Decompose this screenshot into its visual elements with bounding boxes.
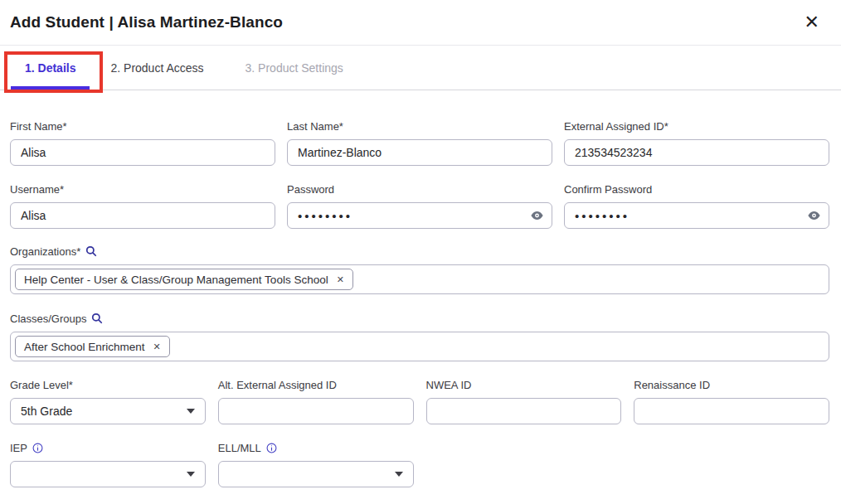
password-visibility-toggle[interactable] — [530, 209, 544, 223]
organizations-field-group: Organizations* Help Center - User & Clas… — [10, 245, 829, 294]
eye-icon — [530, 209, 544, 223]
last-name-field-group: Last Name* — [287, 121, 552, 166]
external-id-label: External Assigned ID* — [564, 121, 829, 132]
grade-level-label: Grade Level* — [10, 380, 206, 390]
confirm-password-visibility-toggle[interactable] — [807, 209, 821, 223]
organization-chip: Help Center - User & Class/Group Managem… — [15, 269, 353, 290]
tab-product-settings-label: 3. Product Settings — [245, 61, 343, 75]
add-student-modal: Add Student | Alisa Martinez-Blanco ✕ 1.… — [0, 0, 841, 487]
search-icon[interactable] — [85, 245, 97, 257]
tab-product-settings[interactable]: 3. Product Settings — [231, 46, 357, 90]
chip-remove-icon[interactable]: ✕ — [337, 275, 344, 284]
alt-external-id-input[interactable] — [218, 398, 414, 424]
search-icon[interactable] — [91, 313, 103, 324]
form-row-credentials: Username* Password — [10, 184, 829, 229]
username-field-group: Username* — [10, 184, 275, 229]
alt-external-id-label: Alt. External Assigned ID — [218, 380, 414, 390]
first-name-field-group: First Name* — [10, 121, 275, 166]
ell-mll-label: ELL/MLL — [218, 443, 414, 453]
chevron-down-icon — [187, 409, 195, 414]
organizations-label: Organizations* — [10, 245, 829, 257]
iep-label: IEP — [10, 443, 206, 453]
organizations-input[interactable]: Help Center - User & Class/Group Managem… — [10, 264, 829, 294]
username-input[interactable] — [10, 202, 275, 229]
ell-mll-select[interactable] — [218, 461, 414, 487]
chip-remove-icon[interactable]: ✕ — [153, 342, 161, 351]
first-name-input[interactable] — [10, 139, 275, 166]
renaissance-id-label: Renaissance ID — [634, 380, 829, 390]
username-label: Username* — [10, 184, 275, 195]
password-label: Password — [287, 184, 552, 195]
classes-groups-label: Classes/Groups — [10, 313, 829, 324]
eye-icon — [807, 209, 821, 223]
alt-external-id-field-group: Alt. External Assigned ID — [218, 380, 414, 424]
tab-product-access-label: 2. Product Access — [110, 61, 203, 75]
nwea-id-input[interactable] — [426, 398, 622, 424]
nwea-id-label: NWEA ID — [426, 380, 622, 390]
confirm-password-label: Confirm Password — [564, 184, 829, 195]
ell-mll-field-group: ELL/MLL — [218, 443, 414, 487]
last-name-label: Last Name* — [287, 121, 552, 132]
info-icon[interactable] — [32, 443, 43, 453]
form-row-programs: IEP ELL/MLL — [10, 443, 829, 487]
classes-groups-field-group: Classes/Groups After School Enrichment ✕ — [10, 313, 829, 361]
iep-field-group: IEP — [10, 443, 206, 487]
close-icon[interactable]: ✕ — [803, 12, 821, 33]
external-id-field-group: External Assigned ID* — [564, 121, 829, 166]
organization-chip-label: Help Center - User & Class/Group Managem… — [24, 274, 328, 286]
form-row-names: First Name* Last Name* External Assigned… — [10, 121, 829, 166]
form-row-organizations: Organizations* Help Center - User & Clas… — [10, 245, 829, 294]
class-group-chip-label: After School Enrichment — [24, 341, 145, 353]
form-row-classes: Classes/Groups After School Enrichment ✕ — [10, 313, 829, 361]
external-id-input[interactable] — [564, 139, 829, 166]
modal-header: Add Student | Alisa Martinez-Blanco ✕ — [0, 0, 841, 46]
tab-details-label: 1. Details — [25, 61, 75, 75]
renaissance-id-input[interactable] — [634, 398, 829, 424]
renaissance-id-field-group: Renaissance ID — [634, 380, 829, 424]
grade-level-select[interactable]: 5th Grade — [10, 398, 206, 424]
grade-level-field-group: Grade Level* 5th Grade — [10, 380, 206, 424]
first-name-label: First Name* — [10, 121, 275, 132]
class-group-chip: After School Enrichment ✕ — [15, 336, 170, 357]
classes-groups-input[interactable]: After School Enrichment ✕ — [10, 332, 829, 361]
page-title: Add Student | Alisa Martinez-Blanco — [10, 13, 283, 32]
details-form: First Name* Last Name* External Assigned… — [0, 90, 841, 487]
last-name-input[interactable] — [287, 139, 552, 166]
password-input[interactable] — [287, 202, 552, 229]
chevron-down-icon — [395, 472, 403, 477]
tab-details[interactable]: 1. Details — [11, 46, 90, 90]
tab-product-access[interactable]: 2. Product Access — [96, 46, 217, 90]
confirm-password-input[interactable] — [564, 202, 829, 229]
form-row-ids: Grade Level* 5th Grade Alt. External Ass… — [10, 380, 829, 424]
info-icon[interactable] — [266, 443, 277, 453]
confirm-password-field-group: Confirm Password — [564, 184, 829, 229]
grade-level-value: 5th Grade — [21, 405, 72, 418]
chevron-down-icon — [187, 472, 195, 477]
password-field-group: Password — [287, 184, 552, 229]
nwea-id-field-group: NWEA ID — [426, 380, 622, 424]
tab-bar: 1. Details 2. Product Access 3. Product … — [0, 46, 841, 90]
iep-select[interactable] — [10, 461, 206, 487]
